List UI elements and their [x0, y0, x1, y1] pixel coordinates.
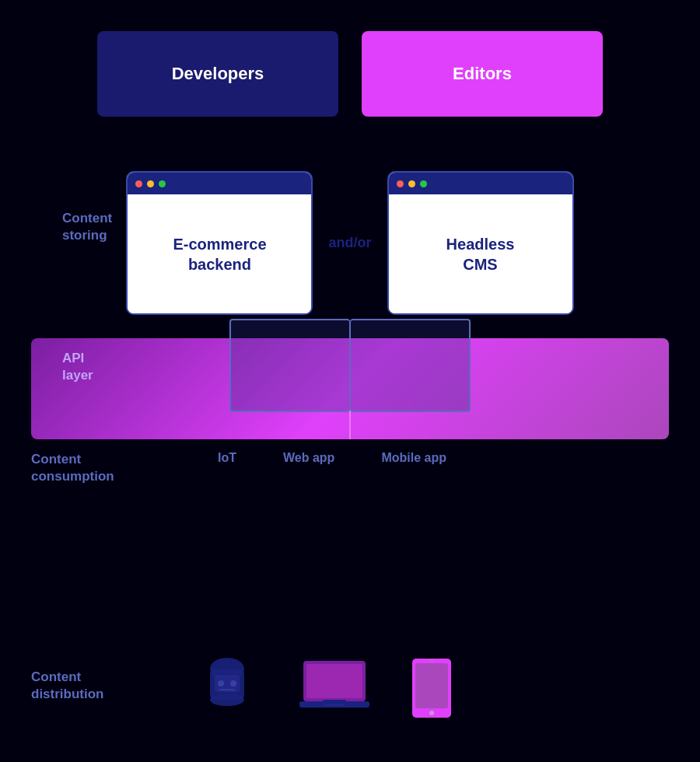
dot-yellow [147, 180, 154, 187]
andor-text: and/or [328, 235, 371, 251]
svg-point-14 [429, 711, 434, 715]
iot-item: IoT [218, 451, 236, 465]
svg-point-15 [430, 659, 433, 662]
ecommerce-titlebar [128, 173, 311, 194]
laptop-svg [296, 657, 373, 719]
developers-box: Developers [97, 31, 338, 117]
top-section: Developers Editors [0, 31, 700, 117]
content-consumption-label: Contentconsumption [31, 451, 114, 485]
svg-rect-10 [323, 700, 346, 703]
editors-label: Editors [453, 64, 512, 84]
dot-red-2 [397, 180, 404, 187]
dot-green-2 [420, 180, 427, 187]
iot-icon [202, 653, 253, 715]
svg-point-5 [230, 680, 236, 687]
ecommerce-title: E-commercebackend [173, 234, 266, 274]
windows-row: E-commercebackend and/or HeadlessCMS [0, 171, 700, 315]
svg-rect-6 [219, 689, 235, 690]
ecommerce-content: E-commercebackend [128, 194, 311, 313]
dot-red [135, 180, 142, 187]
tablet-icon [408, 657, 451, 715]
distribution-icons [202, 653, 451, 715]
dot-green [159, 180, 166, 187]
dot-yellow-2 [408, 180, 415, 187]
developers-label: Developers [172, 64, 264, 84]
consumption-items: IoT Web app Mobile app [218, 451, 446, 465]
api-box-right [350, 319, 471, 412]
ecommerce-card: E-commercebackend [126, 171, 313, 315]
svg-rect-8 [306, 664, 362, 698]
api-box-left [229, 319, 350, 412]
api-layer-label: APIlayer [62, 350, 93, 384]
webapp-item: Web app [283, 451, 334, 465]
headless-cms-card: HeadlessCMS [387, 171, 574, 315]
svg-rect-11 [325, 704, 344, 706]
cms-titlebar [389, 173, 572, 194]
mobileapp-item: Mobile app [381, 451, 446, 465]
svg-rect-13 [415, 663, 448, 708]
cms-title: HeadlessCMS [446, 234, 515, 274]
laptop-icon [296, 657, 366, 715]
svg-point-4 [218, 680, 224, 687]
content-distribution-label: Contentdistribution [31, 669, 103, 703]
tablet-svg [408, 657, 455, 719]
api-boxes [0, 319, 700, 412]
svg-point-2 [210, 694, 244, 706]
editors-box: Editors [362, 31, 603, 117]
cms-content: HeadlessCMS [389, 194, 572, 313]
iot-svg [202, 653, 253, 719]
